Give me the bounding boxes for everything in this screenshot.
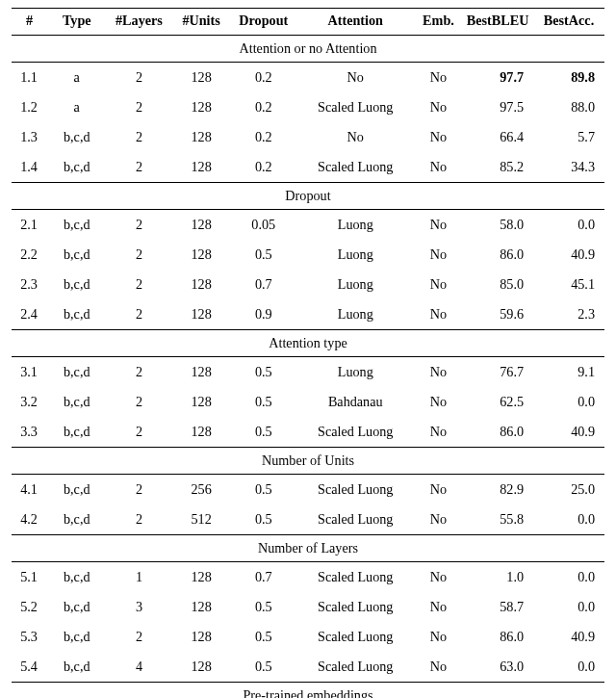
col-units: #Units [171, 9, 231, 36]
cell-attention: Luong [296, 270, 415, 299]
table-section: Number of Units4.1b,c,d22560.5Scaled Luo… [12, 448, 604, 535]
cell-emb: No [415, 152, 462, 183]
col-layers: #Layers [107, 9, 172, 36]
cell-type: b,c,d [47, 122, 107, 152]
table-section: Dropout2.1b,c,d21280.05LuongNo58.00.02.2… [12, 183, 604, 330]
cell-acc: 9.1 [533, 357, 604, 388]
cell-dropout: 0.5 [231, 387, 296, 417]
cell-bleu: 58.0 [462, 210, 533, 241]
cell-bleu: 97.7 [462, 63, 533, 93]
cell-type: b,c,d [47, 652, 107, 683]
table-row: 4.2b,c,d25120.5Scaled LuongNo55.80.0 [12, 504, 604, 535]
table-row: 3.1b,c,d21280.5LuongNo76.79.1 [12, 357, 604, 388]
col-num: # [12, 9, 47, 36]
table-row: 2.2b,c,d21280.5LuongNo86.040.9 [12, 240, 604, 270]
col-emb: Emb. [415, 9, 462, 36]
table-row: 3.3b,c,d21280.5Scaled LuongNo86.040.9 [12, 417, 604, 448]
cell-type: b,c,d [47, 622, 107, 652]
cell-attention: Scaled Luong [296, 417, 415, 448]
cell-units: 128 [171, 622, 231, 652]
cell-acc: 89.8 [533, 63, 604, 93]
cell-dropout: 0.5 [231, 652, 296, 683]
cell-attention: Scaled Luong [296, 475, 415, 505]
cell-dropout: 0.5 [231, 622, 296, 652]
section-title: Pre-trained embeddings [12, 683, 604, 699]
cell-emb: No [415, 475, 462, 505]
cell-bleu: 85.0 [462, 270, 533, 299]
table-row: 3.2b,c,d21280.5BahdanauNo62.50.0 [12, 387, 604, 417]
cell-num: 2.3 [12, 270, 47, 299]
table-row: 5.2b,c,d31280.5Scaled LuongNo58.70.0 [12, 592, 604, 622]
section-title: Number of Units [12, 448, 604, 475]
table-row: 5.1b,c,d11280.7Scaled LuongNo1.00.0 [12, 562, 604, 593]
cell-attention: Luong [296, 210, 415, 241]
cell-attention: Luong [296, 240, 415, 270]
cell-emb: No [415, 299, 462, 330]
cell-emb: No [415, 417, 462, 448]
cell-layers: 1 [107, 562, 172, 593]
cell-type: b,c,d [47, 475, 107, 505]
table-row: 1.3b,c,d21280.2NoNo66.45.7 [12, 122, 604, 152]
cell-num: 5.3 [12, 622, 47, 652]
cell-bleu: 86.0 [462, 417, 533, 448]
cell-dropout: 0.7 [231, 270, 296, 299]
cell-num: 5.4 [12, 652, 47, 683]
cell-num: 2.1 [12, 210, 47, 241]
section-title-row: Pre-trained embeddings [12, 683, 604, 699]
cell-acc: 45.1 [533, 270, 604, 299]
cell-layers: 2 [107, 92, 172, 122]
cell-type: b,c,d [47, 299, 107, 330]
cell-emb: No [415, 592, 462, 622]
table-row: 2.1b,c,d21280.05LuongNo58.00.0 [12, 210, 604, 241]
cell-acc: 2.3 [533, 299, 604, 330]
cell-layers: 2 [107, 299, 172, 330]
cell-num: 5.2 [12, 592, 47, 622]
cell-bleu: 97.5 [462, 92, 533, 122]
cell-emb: No [415, 622, 462, 652]
cell-dropout: 0.7 [231, 562, 296, 593]
cell-layers: 2 [107, 270, 172, 299]
cell-dropout: 0.5 [231, 504, 296, 535]
cell-emb: No [415, 387, 462, 417]
cell-type: b,c,d [47, 562, 107, 593]
table-row: 5.4b,c,d41280.5Scaled LuongNo63.00.0 [12, 652, 604, 683]
table-row: 2.3b,c,d21280.7LuongNo85.045.1 [12, 270, 604, 299]
cell-dropout: 0.2 [231, 152, 296, 183]
cell-units: 256 [171, 475, 231, 505]
cell-units: 128 [171, 299, 231, 330]
cell-units: 128 [171, 270, 231, 299]
cell-type: a [47, 92, 107, 122]
cell-acc: 0.0 [533, 210, 604, 241]
cell-dropout: 0.5 [231, 357, 296, 388]
cell-units: 128 [171, 417, 231, 448]
table-section: Attention or no Attention1.1a21280.2NoNo… [12, 36, 604, 183]
col-dropout: Dropout [231, 9, 296, 36]
cell-layers: 2 [107, 475, 172, 505]
cell-units: 128 [171, 562, 231, 593]
cell-dropout: 0.9 [231, 299, 296, 330]
cell-type: b,c,d [47, 504, 107, 535]
cell-units: 128 [171, 387, 231, 417]
cell-acc: 34.3 [533, 152, 604, 183]
cell-type: a [47, 63, 107, 93]
cell-units: 128 [171, 240, 231, 270]
col-type: Type [47, 9, 107, 36]
cell-acc: 0.0 [533, 504, 604, 535]
cell-units: 128 [171, 63, 231, 93]
cell-dropout: 0.5 [231, 592, 296, 622]
cell-dropout: 0.2 [231, 92, 296, 122]
cell-attention: Luong [296, 299, 415, 330]
cell-layers: 2 [107, 622, 172, 652]
col-bleu: BestBLEU [462, 9, 533, 36]
cell-emb: No [415, 652, 462, 683]
cell-acc: 0.0 [533, 387, 604, 417]
cell-bleu: 1.0 [462, 562, 533, 593]
cell-num: 1.1 [12, 63, 47, 93]
cell-dropout: 0.5 [231, 240, 296, 270]
cell-units: 128 [171, 122, 231, 152]
cell-bleu: 62.5 [462, 387, 533, 417]
cell-attention: Scaled Luong [296, 152, 415, 183]
table-row: 1.2a21280.2Scaled LuongNo97.588.0 [12, 92, 604, 122]
cell-units: 128 [171, 152, 231, 183]
cell-bleu: 82.9 [462, 475, 533, 505]
